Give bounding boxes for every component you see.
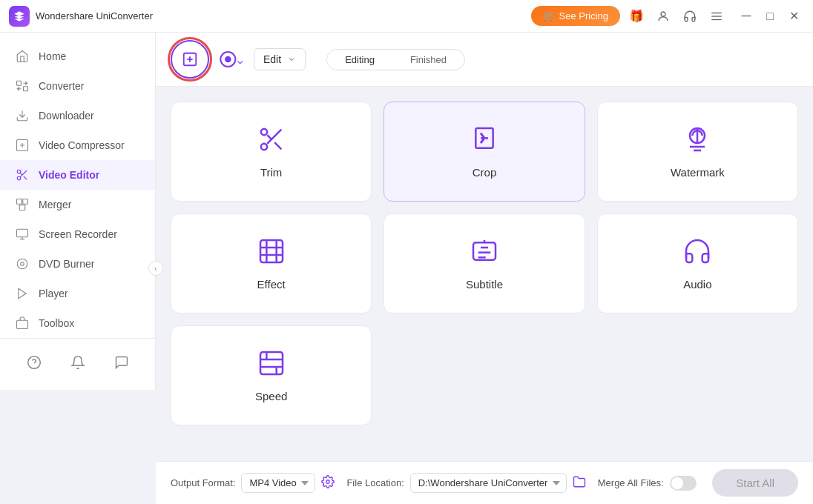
sidebar-item-dvd-burner[interactable]: DVD Burner [0, 249, 155, 279]
sidebar-label-home: Home [39, 50, 66, 62]
toolbar: Edit Editing Finished [156, 33, 813, 87]
svg-point-8 [17, 170, 21, 173]
svg-point-30 [260, 129, 266, 135]
watermark-card[interactable]: Watermark [597, 102, 798, 202]
trim-label: Trim [260, 166, 282, 179]
audio-icon [682, 236, 712, 269]
watermark-icon [682, 125, 712, 157]
sidebar-label-player: Player [39, 288, 68, 299]
svg-line-34 [267, 135, 271, 139]
app-body: Home Converter Downloader Video Compress… [0, 33, 813, 504]
sidebar-item-converter[interactable]: Converter [0, 71, 155, 101]
svg-rect-13 [17, 199, 22, 205]
feature-area: Trim Crop [156, 87, 813, 461]
start-all-button[interactable]: Start All [712, 469, 798, 497]
maximize-button[interactable]: □ [760, 6, 780, 27]
sidebar-label-dvd-burner: DVD Burner [39, 258, 94, 270]
screen-recorder-icon [15, 227, 30, 242]
sidebar-collapse-button[interactable]: ‹ [148, 261, 163, 276]
effect-card[interactable]: Effect [171, 213, 372, 314]
sidebar-item-toolbox[interactable]: Toolbox [0, 308, 155, 338]
edit-dropdown-label: Edit [263, 53, 281, 65]
sidebar-item-screen-recorder[interactable]: Screen Recorder [0, 219, 155, 249]
sidebar-item-home[interactable]: Home [0, 42, 155, 71]
toolbox-icon [15, 316, 30, 331]
add-files-button[interactable] [171, 40, 209, 79]
speed-card[interactable]: Speed [171, 325, 372, 425]
trim-card[interactable]: Trim [171, 102, 372, 202]
merge-all-toggle[interactable] [670, 476, 697, 491]
sidebar-item-video-compressor[interactable]: Video Compressor [0, 130, 155, 160]
menu-button[interactable] [706, 6, 727, 27]
account-button[interactable] [653, 6, 674, 27]
file-location-select[interactable]: D:\Wondershare UniConverter [410, 473, 567, 493]
screen-record-button[interactable] [218, 46, 245, 73]
speed-label: Speed [255, 390, 287, 402]
sidebar-label-converter: Converter [39, 80, 84, 92]
minimize-button[interactable]: ─ [736, 6, 757, 27]
merger-icon [15, 197, 30, 212]
effect-icon [257, 236, 286, 269]
file-location-label: File Location: [346, 477, 404, 488]
gift-button[interactable]: 🎁 [626, 6, 647, 27]
sidebar-bottom [0, 338, 155, 381]
window-controls: ─ □ ✕ [736, 6, 804, 27]
feedback-button[interactable] [114, 355, 129, 374]
close-button[interactable]: ✕ [783, 6, 804, 27]
svg-point-23 [27, 357, 40, 369]
see-pricing-label: See Pricing [559, 10, 608, 21]
subtitle-icon [470, 236, 499, 269]
svg-rect-14 [23, 199, 28, 205]
tab-editing[interactable]: Editing [327, 50, 392, 70]
file-location-field: File Location: D:\Wondershare UniConvert… [346, 473, 585, 493]
watermark-label: Watermark [671, 166, 725, 179]
svg-point-9 [17, 176, 21, 180]
help-button[interactable] [27, 355, 42, 374]
sidebar-item-video-editor[interactable]: Video Editor [0, 160, 155, 190]
subtitle-label: Subtitle [466, 278, 503, 291]
feature-grid: Trim Crop [171, 102, 798, 425]
crop-card[interactable]: Crop [384, 102, 585, 202]
edit-dropdown-button[interactable]: Edit [254, 48, 306, 70]
converter-icon [15, 79, 30, 93]
dvd-icon [15, 256, 30, 271]
compress-icon [15, 138, 30, 153]
svg-point-19 [17, 259, 27, 269]
crop-label: Crop [473, 166, 497, 179]
svg-line-12 [20, 173, 22, 175]
headset-button[interactable] [679, 6, 700, 27]
tab-finished[interactable]: Finished [392, 50, 464, 70]
player-icon [15, 286, 30, 301]
svg-line-11 [24, 176, 27, 179]
svg-rect-22 [17, 320, 28, 328]
output-format-select[interactable]: MP4 Video [241, 473, 315, 493]
output-format-label: Output Format: [171, 477, 235, 488]
output-settings-button[interactable] [321, 475, 335, 491]
tab-group: Editing Finished [326, 49, 465, 70]
sidebar-label-merger: Merger [39, 199, 71, 210]
audio-label: Audio [683, 278, 711, 291]
subtitle-card[interactable]: Subtitle [384, 213, 585, 314]
svg-rect-5 [24, 87, 28, 91]
notifications-button[interactable] [70, 355, 85, 374]
audio-card[interactable]: Audio [597, 213, 798, 314]
output-format-field: Output Format: MP4 Video [171, 473, 335, 493]
see-pricing-button[interactable]: 🛒 See Pricing [531, 6, 620, 26]
home-icon [15, 49, 30, 64]
speed-icon [257, 348, 286, 381]
title-bar-actions: 🛒 See Pricing 🎁 ─ □ ✕ [531, 6, 804, 27]
file-location-folder-button[interactable] [573, 475, 586, 491]
sidebar-label-downloader: Downloader [39, 110, 94, 122]
svg-rect-15 [19, 205, 25, 210]
scissors-icon [15, 168, 30, 182]
svg-line-33 [274, 142, 281, 149]
sidebar-item-downloader[interactable]: Downloader [0, 101, 155, 130]
sidebar-label-video-compressor: Video Compressor [39, 139, 125, 151]
main-content: Edit Editing Finished [156, 33, 813, 504]
sidebar-label-video-editor: Video Editor [39, 169, 99, 181]
sidebar-item-merger[interactable]: Merger [0, 190, 155, 219]
sidebar-item-player[interactable]: Player [0, 279, 155, 308]
bottom-bar: Output Format: MP4 Video File Location: … [156, 461, 813, 504]
svg-rect-38 [260, 240, 283, 262]
sidebar-label-screen-recorder: Screen Recorder [39, 228, 117, 240]
